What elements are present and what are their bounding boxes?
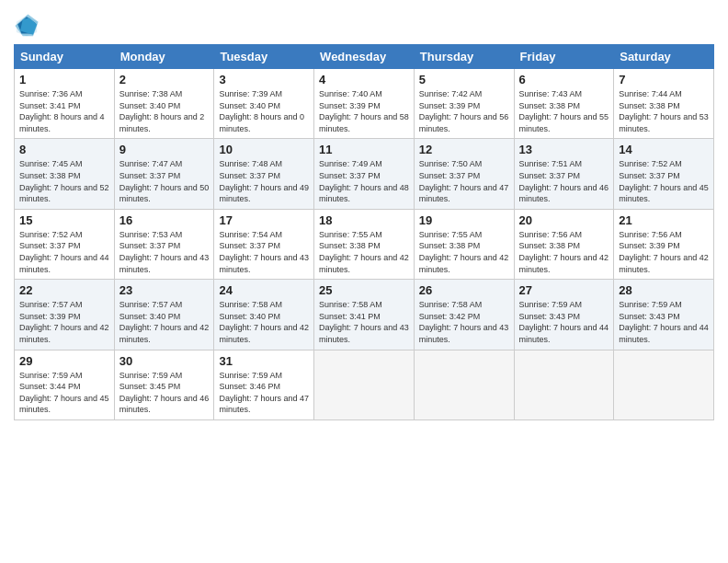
calendar-day-cell: 12 Sunrise: 7:50 AMSunset: 3:37 PMDaylig… xyxy=(414,139,514,209)
day-number: 4 xyxy=(319,73,409,86)
calendar-day-cell: 13 Sunrise: 7:51 AMSunset: 3:37 PMDaylig… xyxy=(514,139,614,209)
day-number: 7 xyxy=(619,73,709,86)
calendar-day-cell: 4 Sunrise: 7:40 AMSunset: 3:39 PMDayligh… xyxy=(314,69,415,139)
calendar-header-row: SundayMondayTuesdayWednesdayThursdayFrid… xyxy=(15,45,714,69)
calendar-day-cell: 20 Sunrise: 7:56 AMSunset: 3:38 PMDaylig… xyxy=(514,209,614,279)
calendar-day-cell: 7 Sunrise: 7:44 AMSunset: 3:38 PMDayligh… xyxy=(614,69,714,139)
day-number: 25 xyxy=(319,283,409,297)
day-number: 9 xyxy=(119,143,210,156)
calendar-day-cell xyxy=(614,350,714,419)
weekday-header: Wednesday xyxy=(314,45,415,69)
calendar-day-cell xyxy=(314,350,415,419)
header xyxy=(14,9,714,39)
calendar-day-cell: 30 Sunrise: 7:59 AMSunset: 3:45 PMDaylig… xyxy=(114,350,214,419)
day-number: 1 xyxy=(19,73,109,86)
day-number: 16 xyxy=(119,213,210,227)
day-info: Sunrise: 7:52 AMSunset: 3:37 PMDaylight:… xyxy=(619,159,709,203)
day-info: Sunrise: 7:49 AMSunset: 3:37 PMDaylight:… xyxy=(319,159,409,203)
calendar-day-cell: 3 Sunrise: 7:39 AMSunset: 3:40 PMDayligh… xyxy=(214,69,314,139)
calendar-day-cell: 19 Sunrise: 7:55 AMSunset: 3:38 PMDaylig… xyxy=(414,209,514,279)
day-number: 11 xyxy=(319,143,409,156)
day-info: Sunrise: 7:59 AMSunset: 3:43 PMDaylight:… xyxy=(519,300,609,344)
day-number: 12 xyxy=(419,143,509,156)
calendar-day-cell: 27 Sunrise: 7:59 AMSunset: 3:43 PMDaylig… xyxy=(514,280,614,350)
day-number: 21 xyxy=(619,213,709,227)
day-number: 17 xyxy=(219,213,309,227)
calendar-day-cell: 28 Sunrise: 7:59 AMSunset: 3:43 PMDaylig… xyxy=(614,280,714,350)
day-info: Sunrise: 7:54 AMSunset: 3:37 PMDaylight:… xyxy=(219,230,309,274)
day-info: Sunrise: 7:55 AMSunset: 3:38 PMDaylight:… xyxy=(419,230,509,274)
weekday-header: Tuesday xyxy=(214,45,314,69)
day-info: Sunrise: 7:47 AMSunset: 3:37 PMDaylight:… xyxy=(119,159,210,203)
day-number: 3 xyxy=(219,73,309,86)
day-info: Sunrise: 7:58 AMSunset: 3:41 PMDaylight:… xyxy=(319,300,409,344)
calendar-day-cell: 24 Sunrise: 7:58 AMSunset: 3:40 PMDaylig… xyxy=(214,280,314,350)
calendar-day-cell: 5 Sunrise: 7:42 AMSunset: 3:39 PMDayligh… xyxy=(414,69,514,139)
day-info: Sunrise: 7:38 AMSunset: 3:40 PMDaylight:… xyxy=(119,89,205,133)
day-info: Sunrise: 7:43 AMSunset: 3:38 PMDaylight:… xyxy=(519,89,609,133)
day-number: 20 xyxy=(519,213,609,227)
calendar-day-cell: 25 Sunrise: 7:58 AMSunset: 3:41 PMDaylig… xyxy=(314,280,415,350)
calendar-day-cell: 16 Sunrise: 7:53 AMSunset: 3:37 PMDaylig… xyxy=(114,209,214,279)
day-info: Sunrise: 7:53 AMSunset: 3:37 PMDaylight:… xyxy=(119,230,210,274)
day-number: 28 xyxy=(619,283,709,297)
day-number: 30 xyxy=(119,354,210,368)
calendar-day-cell: 26 Sunrise: 7:58 AMSunset: 3:42 PMDaylig… xyxy=(414,280,514,350)
day-info: Sunrise: 7:59 AMSunset: 3:46 PMDaylight:… xyxy=(219,371,309,415)
day-info: Sunrise: 7:59 AMSunset: 3:43 PMDaylight:… xyxy=(619,300,709,344)
calendar-day-cell: 23 Sunrise: 7:57 AMSunset: 3:40 PMDaylig… xyxy=(114,280,214,350)
day-info: Sunrise: 7:56 AMSunset: 3:39 PMDaylight:… xyxy=(619,230,709,274)
day-info: Sunrise: 7:44 AMSunset: 3:38 PMDaylight:… xyxy=(619,89,709,133)
day-number: 22 xyxy=(19,283,109,297)
calendar-day-cell: 10 Sunrise: 7:48 AMSunset: 3:37 PMDaylig… xyxy=(214,139,314,209)
day-number: 10 xyxy=(219,143,309,156)
day-info: Sunrise: 7:52 AMSunset: 3:37 PMDaylight:… xyxy=(19,230,109,274)
weekday-header: Monday xyxy=(114,45,214,69)
calendar-day-cell: 29 Sunrise: 7:59 AMSunset: 3:44 PMDaylig… xyxy=(15,350,115,419)
weekday-header: Friday xyxy=(514,45,614,69)
weekday-header: Sunday xyxy=(15,45,115,69)
day-number: 18 xyxy=(319,213,409,227)
day-info: Sunrise: 7:39 AMSunset: 3:40 PMDaylight:… xyxy=(219,89,304,133)
calendar-week-row: 15 Sunrise: 7:52 AMSunset: 3:37 PMDaylig… xyxy=(15,209,714,279)
day-info: Sunrise: 7:58 AMSunset: 3:42 PMDaylight:… xyxy=(419,300,509,344)
day-number: 29 xyxy=(19,354,109,368)
calendar-day-cell: 9 Sunrise: 7:47 AMSunset: 3:37 PMDayligh… xyxy=(114,139,214,209)
day-info: Sunrise: 7:58 AMSunset: 3:40 PMDaylight:… xyxy=(219,300,309,344)
day-info: Sunrise: 7:51 AMSunset: 3:37 PMDaylight:… xyxy=(519,159,609,203)
day-number: 27 xyxy=(519,283,609,297)
calendar-day-cell: 11 Sunrise: 7:49 AMSunset: 3:37 PMDaylig… xyxy=(314,139,415,209)
day-number: 23 xyxy=(119,283,210,297)
day-info: Sunrise: 7:56 AMSunset: 3:38 PMDaylight:… xyxy=(519,230,609,274)
calendar-day-cell: 2 Sunrise: 7:38 AMSunset: 3:40 PMDayligh… xyxy=(114,69,214,139)
day-info: Sunrise: 7:59 AMSunset: 3:45 PMDaylight:… xyxy=(119,371,210,415)
day-info: Sunrise: 7:57 AMSunset: 3:40 PMDaylight:… xyxy=(119,300,210,344)
calendar-day-cell: 31 Sunrise: 7:59 AMSunset: 3:46 PMDaylig… xyxy=(214,350,314,419)
day-info: Sunrise: 7:50 AMSunset: 3:37 PMDaylight:… xyxy=(419,159,509,203)
logo-icon xyxy=(14,13,40,39)
day-info: Sunrise: 7:45 AMSunset: 3:38 PMDaylight:… xyxy=(19,159,109,203)
calendar-week-row: 8 Sunrise: 7:45 AMSunset: 3:38 PMDayligh… xyxy=(15,139,714,209)
day-number: 14 xyxy=(619,143,709,156)
calendar-day-cell: 17 Sunrise: 7:54 AMSunset: 3:37 PMDaylig… xyxy=(214,209,314,279)
day-number: 13 xyxy=(519,143,609,156)
weekday-header: Thursday xyxy=(414,45,514,69)
calendar-day-cell xyxy=(514,350,614,419)
calendar-week-row: 22 Sunrise: 7:57 AMSunset: 3:39 PMDaylig… xyxy=(15,280,714,350)
day-info: Sunrise: 7:55 AMSunset: 3:38 PMDaylight:… xyxy=(319,230,409,274)
calendar-day-cell: 14 Sunrise: 7:52 AMSunset: 3:37 PMDaylig… xyxy=(614,139,714,209)
page: SundayMondayTuesdayWednesdayThursdayFrid… xyxy=(0,0,728,563)
calendar-day-cell: 1 Sunrise: 7:36 AMSunset: 3:41 PMDayligh… xyxy=(15,69,115,139)
calendar-week-row: 29 Sunrise: 7:59 AMSunset: 3:44 PMDaylig… xyxy=(15,350,714,419)
calendar-day-cell xyxy=(414,350,514,419)
calendar-day-cell: 22 Sunrise: 7:57 AMSunset: 3:39 PMDaylig… xyxy=(15,280,115,350)
day-info: Sunrise: 7:42 AMSunset: 3:39 PMDaylight:… xyxy=(419,89,509,133)
day-info: Sunrise: 7:40 AMSunset: 3:39 PMDaylight:… xyxy=(319,89,409,133)
day-info: Sunrise: 7:59 AMSunset: 3:44 PMDaylight:… xyxy=(19,371,109,415)
day-info: Sunrise: 7:36 AMSunset: 3:41 PMDaylight:… xyxy=(19,89,105,133)
calendar-week-row: 1 Sunrise: 7:36 AMSunset: 3:41 PMDayligh… xyxy=(15,69,714,139)
day-number: 31 xyxy=(219,354,309,368)
calendar-day-cell: 6 Sunrise: 7:43 AMSunset: 3:38 PMDayligh… xyxy=(514,69,614,139)
day-number: 6 xyxy=(519,73,609,86)
day-number: 8 xyxy=(19,143,109,156)
